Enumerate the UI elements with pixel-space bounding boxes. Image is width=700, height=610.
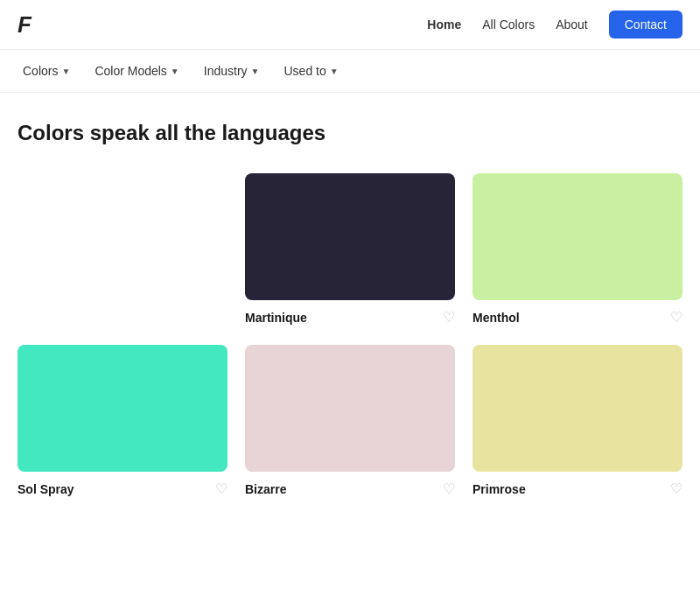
used-to-filter[interactable]: Used to ▼	[275, 59, 346, 83]
color-row-2: Sol Spray ♡ Bizarre ♡ Primrose ♡	[18, 345, 682, 499]
main-content: Colors speak all the languages Martiniqu…	[0, 93, 700, 516]
color-card-bizarre: Bizarre ♡	[245, 345, 455, 499]
color-name-sol-spray: Sol Spray	[18, 482, 74, 496]
color-swatch-menthol[interactable]	[472, 173, 682, 300]
color-swatch-sol-spray[interactable]	[18, 345, 228, 472]
heart-icon-menthol[interactable]: ♡	[670, 309, 682, 326]
color-info-bizarre: Bizarre ♡	[245, 479, 455, 499]
industry-filter-label: Industry	[204, 64, 248, 78]
heart-icon-martinique[interactable]: ♡	[443, 309, 455, 326]
filter-bar: Colors ▼ Color Models ▼ Industry ▼ Used …	[0, 50, 700, 93]
page-title: Colors speak all the languages	[18, 121, 682, 145]
color-card-primrose: Primrose ♡	[472, 345, 682, 499]
color-info-primrose: Primrose ♡	[472, 479, 682, 499]
color-info-sol-spray: Sol Spray ♡	[18, 479, 228, 499]
nav-home[interactable]: Home	[427, 18, 461, 32]
color-card-sol-spray: Sol Spray ♡	[18, 345, 228, 499]
color-name-martinique: Martinique	[245, 311, 307, 325]
heart-icon-primrose[interactable]: ♡	[670, 480, 682, 497]
color-swatch-bizarre[interactable]	[245, 345, 455, 472]
main-nav: Home All Colors About Contact	[427, 11, 682, 39]
color-card-menthol: Menthol ♡	[472, 173, 682, 327]
contact-button[interactable]: Contact	[609, 11, 682, 39]
color-info-menthol: Menthol ♡	[472, 307, 682, 327]
header: F Home All Colors About Contact	[0, 0, 700, 50]
colors-chevron-icon: ▼	[61, 67, 70, 76]
color-swatch-martinique[interactable]	[245, 173, 455, 300]
used-to-filter-label: Used to	[284, 64, 326, 78]
used-to-chevron-icon: ▼	[330, 67, 339, 76]
industry-chevron-icon: ▼	[251, 67, 260, 76]
color-info-martinique: Martinique ♡	[245, 307, 455, 327]
color-name-bizarre: Bizarre	[245, 482, 286, 496]
logo: F	[18, 11, 31, 39]
color-models-chevron-icon: ▼	[171, 67, 179, 76]
colors-filter-label: Colors	[23, 64, 58, 78]
empty-slot	[18, 173, 228, 327]
color-card-martinique: Martinique ♡	[245, 173, 455, 327]
industry-filter[interactable]: Industry ▼	[195, 59, 269, 83]
nav-about[interactable]: About	[556, 18, 588, 32]
heart-icon-sol-spray[interactable]: ♡	[215, 480, 228, 497]
colors-filter[interactable]: Colors ▼	[14, 59, 79, 83]
color-models-filter[interactable]: Color Models ▼	[86, 59, 187, 83]
color-row-1: Martinique ♡ Menthol ♡	[18, 173, 682, 327]
nav-all-colors[interactable]: All Colors	[482, 18, 535, 32]
color-models-filter-label: Color Models	[94, 64, 166, 78]
color-name-menthol: Menthol	[472, 311, 520, 325]
color-name-primrose: Primrose	[472, 482, 526, 496]
heart-icon-bizarre[interactable]: ♡	[443, 480, 455, 497]
color-swatch-primrose[interactable]	[472, 345, 682, 472]
